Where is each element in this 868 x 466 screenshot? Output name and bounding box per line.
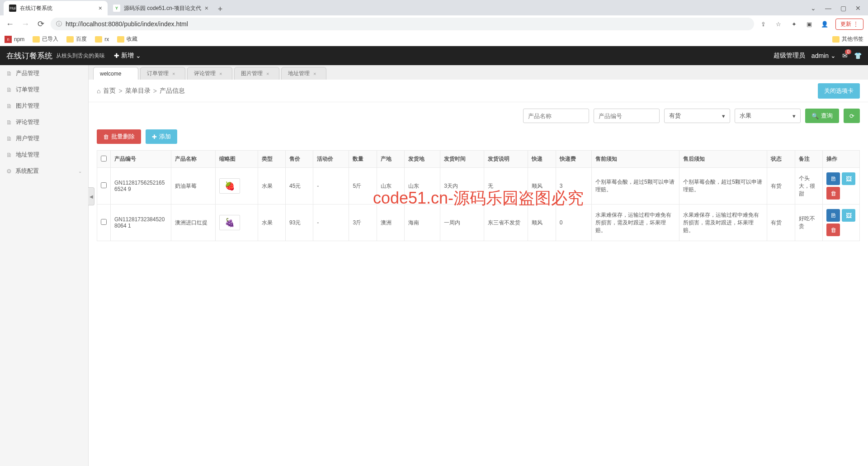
tab-comment[interactable]: 评论管理× <box>187 67 232 80</box>
close-icon[interactable]: × <box>266 71 269 76</box>
close-icon[interactable]: × <box>172 71 175 76</box>
extension-icon[interactable]: ✦ <box>789 19 798 29</box>
tab-order[interactable]: 订单管理× <box>140 67 185 80</box>
trash-icon: 🗑 <box>103 133 109 140</box>
close-icon[interactable]: × <box>205 5 208 12</box>
bookmark-npm[interactable]: nnpm <box>5 36 24 43</box>
table-row: GN112817562521656524 9 奶油草莓 🍓 水果 45元 - 5… <box>97 168 860 204</box>
sidebar-item-image[interactable]: 🗎图片管理 <box>0 98 88 114</box>
close-icon[interactable]: × <box>219 71 222 76</box>
cell-shiptime: 3天内 <box>440 168 484 204</box>
breadcrumb: ⌂ 首页 > 菜单目录 > 产品信息 <box>97 87 185 95</box>
crumb-home[interactable]: 首页 <box>103 87 116 95</box>
tab-image[interactable]: 图片管理× <box>234 67 279 80</box>
thumbnail-image[interactable]: 🍇 <box>219 215 240 230</box>
close-tab-button[interactable]: 关闭选项卡 <box>818 83 860 99</box>
cell-expressfee: 0 <box>556 204 591 241</box>
browser-tab-1[interactable]: Y 源码乐园 code51.cn-项目论文代 × <box>108 1 214 15</box>
thumbnail-image[interactable]: 🍓 <box>219 178 240 194</box>
star-icon[interactable]: ☆ <box>774 19 783 29</box>
cell-type: 水果 <box>258 168 285 204</box>
bookmark-rx[interactable]: rx <box>95 36 109 43</box>
batch-delete-button[interactable]: 🗑批量删除 <box>97 129 141 144</box>
tab-strip: Hui 在线订餐系统 × Y 源码乐园 code51.cn-项目论文代 × + … <box>0 0 868 15</box>
product-code-input[interactable] <box>594 109 660 123</box>
delete-button[interactable]: 🗑 <box>826 223 840 236</box>
cell-thumb: 🍇 <box>215 204 258 241</box>
bookmark-other[interactable]: 其他书签 <box>832 35 863 43</box>
cell-actprice: - <box>313 168 349 204</box>
table-header-row: 产品编号 产品名称 缩略图 类型 售价 活动价 数量 产地 发货地 发货时间 发… <box>97 151 860 168</box>
stock-select[interactable]: 有货▾ <box>664 109 730 123</box>
add-button[interactable]: ✚添加 <box>146 129 177 144</box>
chevron-down-icon[interactable]: ⌄ <box>811 5 816 12</box>
forward-button[interactable]: → <box>20 19 31 29</box>
refresh-button[interactable]: ⟳ <box>844 109 860 123</box>
browser-tab-0[interactable]: Hui 在线订餐系统 × <box>4 1 108 15</box>
image-button[interactable]: 🖼 <box>842 209 855 222</box>
user-menu[interactable]: admin ⌄ <box>811 52 836 59</box>
sidebar-collapse-handle[interactable]: ◀ <box>88 187 94 205</box>
info-icon: ⓘ <box>56 20 62 28</box>
cell-thumb: 🍓 <box>215 168 258 204</box>
th-shipnote: 发货说明 <box>484 151 528 168</box>
doc-icon: 🗎 <box>6 103 12 109</box>
sidebar-item-user[interactable]: 🗎用户管理 <box>0 130 88 147</box>
crumb-menu[interactable]: 菜单目录 <box>125 87 151 95</box>
cell-presale: 水果难保存，运输过程中难免有所损害，需及时跟进，坏果理赔。 <box>591 204 679 241</box>
bookmark-fav[interactable]: 收藏 <box>117 35 137 43</box>
bookmark-baidu[interactable]: 百度 <box>66 35 87 43</box>
content: ⌂ 首页 > 菜单目录 > 产品信息 关闭选项卡 有货▾ 水果▾ 🔍查询 ⟳ 🗑… <box>89 80 868 466</box>
th-remark: 备注 <box>795 151 822 168</box>
image-button[interactable]: 🖼 <box>842 172 855 185</box>
minimize-icon[interactable]: — <box>825 5 831 12</box>
add-dropdown[interactable]: ✚ 新增 ⌄ <box>114 52 141 60</box>
product-name-input[interactable] <box>523 109 589 123</box>
bookmark-imported[interactable]: 已导入 <box>33 35 58 43</box>
cell-op: 🖹 🖼 🗑 <box>823 168 860 204</box>
delete-button[interactable]: 🗑 <box>826 187 840 200</box>
cell-express: 顺风 <box>528 204 556 241</box>
sidebar-item-product[interactable]: 🗎产品管理 <box>0 65 88 81</box>
browser-chrome: Hui 在线订餐系统 × Y 源码乐园 code51.cn-项目论文代 × + … <box>0 0 868 46</box>
sidebar-item-order[interactable]: 🗎订单管理 <box>0 81 88 98</box>
window-controls: ⌄ — ▢ ✕ <box>811 1 868 15</box>
gear-icon: ⚙ <box>6 168 12 175</box>
th-price: 售价 <box>286 151 313 168</box>
cell-type: 水果 <box>258 204 285 241</box>
select-all-checkbox[interactable] <box>101 156 107 162</box>
query-button[interactable]: 🔍查询 <box>805 109 839 123</box>
new-tab-button[interactable]: + <box>214 3 226 15</box>
th-op: 操作 <box>823 151 860 168</box>
row-checkbox[interactable] <box>101 182 107 188</box>
panel-icon[interactable]: ▣ <box>805 19 814 29</box>
profile-icon[interactable]: 👤 <box>820 19 829 29</box>
tab-address[interactable]: 地址管理× <box>281 67 326 80</box>
row-checkbox[interactable] <box>101 219 107 225</box>
share-icon[interactable]: ⇪ <box>759 19 768 29</box>
product-table: 产品编号 产品名称 缩略图 类型 售价 活动价 数量 产地 发货地 发货时间 发… <box>97 150 860 241</box>
category-select[interactable]: 水果▾ <box>735 109 801 123</box>
update-button[interactable]: 更新⋮ <box>835 19 863 30</box>
edit-button[interactable]: 🖹 <box>826 209 840 222</box>
url-input[interactable]: ⓘ http://localhost:8080/public/index/ind… <box>51 18 754 30</box>
close-icon[interactable]: × <box>313 71 316 76</box>
tshirt-icon[interactable]: 👕 <box>854 52 862 59</box>
close-icon[interactable]: × <box>99 5 102 12</box>
sidebar-item-address[interactable]: 🗎地址管理 <box>0 147 88 163</box>
action-row: 🗑批量删除 ✚添加 <box>89 129 868 150</box>
back-button[interactable]: ← <box>5 19 15 29</box>
edit-button[interactable]: 🖹 <box>826 172 840 185</box>
cell-code: GN112817323845208064 1 <box>111 204 171 241</box>
user-role: 超级管理员 <box>774 52 805 60</box>
sidebar-item-comment[interactable]: 🗎评论管理 <box>0 114 88 130</box>
tab-welcome[interactable]: welcome <box>93 67 138 80</box>
mail-button[interactable]: ✉ 0 <box>842 52 848 59</box>
cell-express: 顺风 <box>528 168 556 204</box>
plus-icon: ✚ <box>114 52 119 59</box>
reload-button[interactable]: ⟳ <box>35 19 46 29</box>
maximize-icon[interactable]: ▢ <box>840 5 846 12</box>
sidebar-item-system[interactable]: ⚙系统配置⌄ <box>0 163 88 179</box>
close-icon[interactable]: ✕ <box>855 5 861 12</box>
chevron-down-icon: ⌄ <box>830 52 836 59</box>
